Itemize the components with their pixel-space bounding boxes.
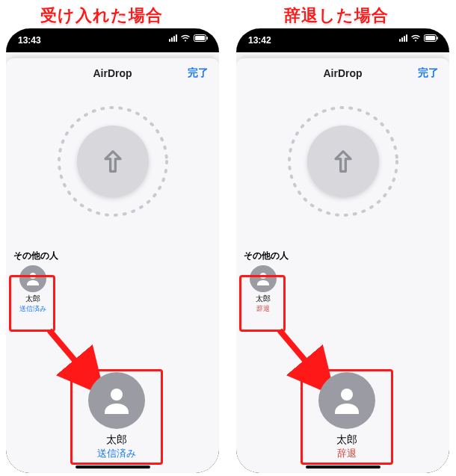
cellular-icon [169, 34, 177, 42]
done-button[interactable]: 完了 [188, 67, 209, 80]
screen: 13:43 AirDrop 完了 [6, 28, 219, 473]
wifi-icon [180, 34, 191, 42]
svg-rect-2 [207, 37, 209, 40]
airdrop-sheet: AirDrop 完了 その他の人 太郎 辞退 [236, 58, 449, 473]
cellular-icon [399, 34, 407, 42]
svg-rect-1 [195, 36, 205, 40]
nav-title: AirDrop [323, 67, 362, 79]
wifi-icon [410, 34, 421, 42]
phone-right: 13:42 AirDrop 完了 [236, 28, 449, 473]
status-time: 13:43 [18, 35, 41, 46]
nav-title: AirDrop [93, 67, 132, 79]
annotation-highlight-small [239, 275, 286, 332]
upload-area [6, 102, 219, 221]
svg-point-10 [289, 108, 397, 215]
airdrop-sheet: AirDrop 完了 その他の人 太郎 送信済み [6, 58, 219, 473]
screen: 13:42 AirDrop 完了 [236, 28, 449, 473]
svg-rect-8 [425, 36, 435, 40]
done-button[interactable]: 完了 [418, 67, 439, 80]
dotted-ring [283, 102, 403, 221]
dotted-ring [53, 102, 173, 221]
home-indicator[interactable] [306, 466, 380, 469]
phone-left: 13:43 AirDrop 完了 [6, 28, 219, 473]
section-other-people: その他の人 [6, 244, 219, 265]
annotation-highlight-large [70, 369, 163, 465]
status-icons [399, 34, 439, 42]
battery-icon [424, 34, 439, 42]
caption-declined: 辞退した場合 [284, 4, 389, 27]
section-other-people: その他の人 [236, 244, 449, 265]
upload-area [236, 102, 449, 221]
svg-rect-9 [437, 37, 439, 40]
notch [298, 28, 388, 45]
home-indicator[interactable] [76, 466, 150, 469]
status-time: 13:42 [248, 35, 271, 46]
navbar: AirDrop 完了 [236, 58, 449, 88]
navbar: AirDrop 完了 [6, 58, 219, 88]
caption-accepted: 受け入れた場合 [40, 4, 163, 27]
annotation-highlight-large [301, 369, 393, 465]
notch [68, 28, 158, 45]
status-icons [169, 34, 209, 42]
battery-icon [194, 34, 209, 42]
annotation-highlight-small [9, 275, 55, 332]
svg-point-3 [59, 108, 167, 215]
